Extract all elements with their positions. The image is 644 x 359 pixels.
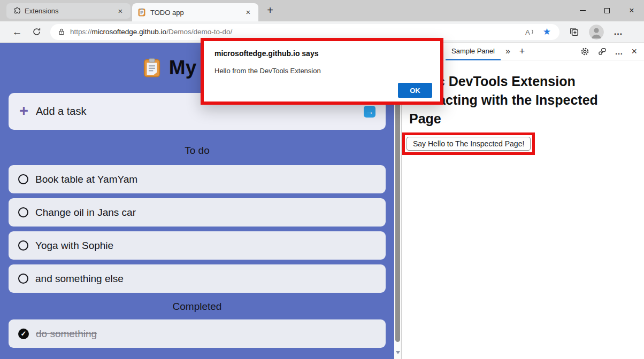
devtools-close-icon[interactable]: × — [631, 46, 637, 57]
say-hello-button[interactable]: Say Hello to The Inspected Page! — [407, 137, 531, 151]
red-annotation-box: Say Hello to The Inspected Page! — [402, 132, 535, 155]
task-checkbox-checked[interactable]: ✓ — [18, 329, 29, 339]
dialog-ok-button[interactable]: OK — [398, 83, 432, 98]
minimize-icon — [580, 10, 586, 11]
red-annotation-dialog-box: microsoftedge.github.io says Hello from … — [201, 38, 443, 105]
favorites-star-icon[interactable]: ★ — [540, 26, 554, 37]
url-text: https://microsoftedge.github.io/Demos/de… — [70, 28, 520, 36]
task-label: Change oil in Jans car — [35, 207, 136, 218]
tab-extensions[interactable]: Extensions × — [6, 3, 131, 19]
more-tabs-chevron-icon[interactable]: » — [505, 46, 510, 56]
todo-item[interactable]: Change oil in Jans car — [9, 198, 386, 227]
devtools-add-tab-button[interactable]: + — [519, 46, 525, 57]
maximize-icon — [604, 8, 610, 13]
completed-section-heading: Completed — [0, 301, 394, 313]
scrollbar-down-arrow-icon[interactable] — [396, 351, 400, 356]
task-checkbox[interactable] — [18, 174, 28, 184]
url-path: /Demos/demo-to-do/ — [166, 28, 232, 36]
completed-item[interactable]: ✓ do something — [9, 319, 386, 348]
browser-window: Extensions × TODO app × + × ← https://mi… — [0, 0, 644, 359]
address-bar[interactable]: https://microsoftedge.github.io/Demos/de… — [50, 24, 559, 40]
devtools-tab-sample-panel[interactable]: Sample Panel — [446, 43, 501, 60]
window-controls: × — [570, 0, 644, 21]
dialog-message: Hello from the DevTools Extension — [214, 67, 430, 75]
svg-text:A: A — [525, 28, 530, 36]
devtools-more-menu-icon[interactable]: … — [615, 47, 623, 56]
todo-item[interactable]: Book table at YamYam — [9, 165, 386, 193]
tab-label: Extensions — [25, 7, 111, 15]
task-checkbox[interactable] — [18, 274, 28, 284]
task-label: do something — [36, 328, 97, 340]
refresh-button[interactable] — [27, 27, 46, 36]
tab-close-icon[interactable]: × — [243, 7, 253, 17]
todo-item[interactable]: and something else — [9, 264, 386, 293]
maximize-button[interactable] — [595, 0, 619, 21]
tab-close-icon[interactable]: × — [116, 6, 125, 16]
tab-todo-app[interactable]: TODO app × — [132, 3, 258, 21]
tab-strip: Extensions × TODO app × + × — [0, 0, 644, 21]
extensions-puzzle-icon — [12, 7, 20, 15]
task-label: and something else — [35, 273, 124, 285]
todo-section-heading: To do — [0, 145, 394, 157]
close-window-button[interactable]: × — [619, 0, 644, 21]
collections-icon[interactable] — [569, 27, 579, 37]
task-checkbox[interactable] — [18, 240, 28, 251]
read-aloud-icon[interactable]: A — [525, 28, 535, 36]
url-host: microsoftedge.github.io — [92, 28, 167, 36]
task-checkbox[interactable] — [18, 207, 28, 217]
clipboard-icon — [142, 58, 162, 78]
minimize-button[interactable] — [570, 0, 595, 21]
alert-dialog: microsoftedge.github.io says Hello from … — [204, 41, 440, 102]
back-button[interactable]: ← — [7, 26, 27, 38]
add-task-placeholder: Add a task — [36, 105, 87, 118]
task-label: Book table at YamYam — [35, 174, 137, 185]
plus-icon: + — [19, 102, 28, 120]
url-scheme: https:// — [70, 28, 92, 36]
dialog-title: microsoftedge.github.io says — [214, 49, 430, 58]
browser-menu-icon[interactable]: … — [614, 27, 623, 37]
task-label: Yoga with Sophie — [35, 240, 113, 252]
submit-task-button[interactable]: → — [364, 106, 375, 118]
profile-avatar[interactable] — [589, 25, 604, 40]
settings-gear-icon[interactable] — [580, 47, 589, 56]
feedback-icon[interactable] — [597, 47, 607, 56]
tab-label: TODO app — [150, 9, 239, 17]
todo-item[interactable]: Yoga with Sophie — [9, 231, 386, 260]
lock-icon[interactable] — [58, 28, 65, 36]
new-tab-button[interactable]: + — [264, 4, 277, 17]
clipboard-favicon — [137, 8, 146, 17]
devtools-toolbar-right: … × — [580, 46, 644, 57]
